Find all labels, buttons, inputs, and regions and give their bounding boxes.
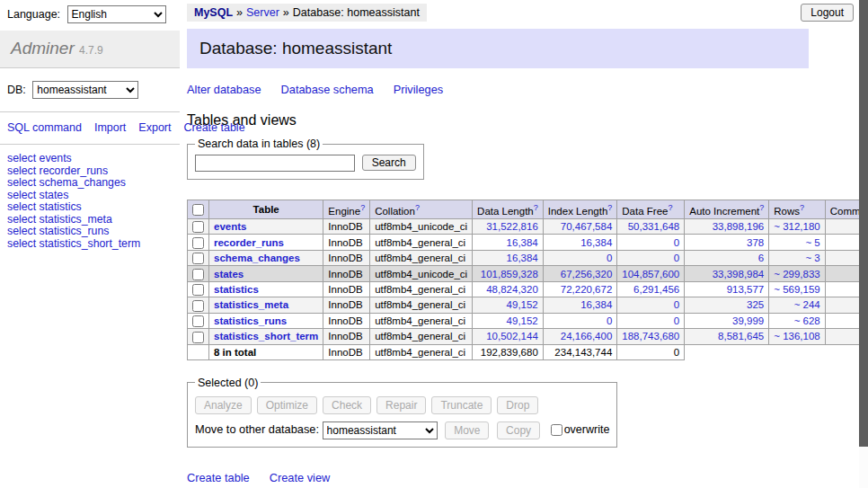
index-length-link[interactable]: 70,467,584	[561, 221, 613, 232]
index-length-link[interactable]: 16,384	[580, 237, 612, 248]
data-free-link[interactable]: 0	[674, 253, 679, 263]
help-icon[interactable]: ?	[607, 203, 612, 212]
data-free-link[interactable]: 0	[674, 237, 679, 248]
rows-link[interactable]: ~ 5	[805, 237, 819, 248]
data-length-link[interactable]: 49,152	[507, 299, 538, 310]
sidebar-link-select-statistics-runs[interactable]: select statistics_runs	[7, 225, 109, 237]
index-length-link[interactable]: 16,384	[580, 299, 612, 310]
action-link-alter-database[interactable]: Alter database	[187, 83, 261, 96]
db-select[interactable]: homeassistant	[32, 81, 138, 99]
logout-button[interactable]: Logout	[801, 4, 854, 22]
copy-button[interactable]: Copy	[497, 421, 540, 439]
help-icon[interactable]: ?	[415, 203, 420, 212]
optimize-button[interactable]: Optimize	[257, 396, 317, 414]
breadcrumb-server[interactable]: Server	[246, 6, 279, 19]
table-link-events[interactable]: events	[214, 221, 246, 232]
index-length-link[interactable]: 0	[607, 253, 612, 263]
auto-increment-link[interactable]: 33,898,196	[713, 221, 765, 232]
analyze-button[interactable]: Analyze	[195, 396, 252, 414]
row-checkbox-events[interactable]	[192, 221, 204, 233]
search-input[interactable]	[195, 155, 355, 172]
data-free-link[interactable]: 104,857,600	[622, 269, 679, 279]
data-length-link[interactable]: 49,152	[507, 315, 538, 326]
table-link-states[interactable]: states	[214, 269, 244, 279]
auto-increment-link[interactable]: 6	[758, 253, 764, 263]
action-link-privileges[interactable]: Privileges	[394, 83, 443, 96]
scrollbar-thumb[interactable]	[859, 0, 868, 447]
sidebar-link-select-states[interactable]: select states	[7, 189, 68, 201]
row-checkbox-schema-changes[interactable]	[192, 253, 204, 264]
data-length-link[interactable]: 101,859,328	[481, 269, 538, 279]
auto-increment-link[interactable]: 8,581,645	[718, 331, 764, 342]
data-length-link[interactable]: 48,824,320	[486, 284, 538, 295]
data-free-link[interactable]: 0	[674, 299, 679, 310]
row-checkbox-statistics-runs[interactable]	[192, 315, 204, 327]
help-icon[interactable]: ?	[534, 203, 538, 212]
data-free-link[interactable]: 50,331,648	[628, 221, 680, 232]
auto-increment-link[interactable]: 39,999	[732, 315, 764, 326]
data-free-link[interactable]: 6,291,456	[633, 284, 679, 295]
index-length-link[interactable]: 67,256,320	[561, 269, 613, 279]
data-length-link[interactable]: 16,384	[507, 237, 538, 248]
create-link-create-table[interactable]: Create table	[187, 471, 250, 484]
table-link-schema-changes[interactable]: schema_changes	[214, 253, 300, 263]
overwrite-option[interactable]: overwrite	[551, 423, 610, 436]
help-icon[interactable]: ?	[800, 203, 804, 212]
page-scrollbar[interactable]	[859, 0, 868, 488]
rows-link[interactable]: ~ 3	[805, 253, 819, 263]
sidebar-link-select-statistics-short-term[interactable]: select statistics_short_term	[7, 237, 140, 250]
table-link-statistics-short-term[interactable]: statistics_short_term	[214, 331, 318, 342]
breadcrumb-mysql[interactable]: MySQL	[194, 6, 233, 19]
data-free-link[interactable]: 188,743,680	[622, 331, 679, 342]
data-length-link[interactable]: 16,384	[507, 253, 538, 263]
data-free-link[interactable]: 0	[674, 315, 679, 326]
sidebar-link-sql-command[interactable]: SQL command	[7, 121, 82, 134]
sidebar-link-select-statistics-meta[interactable]: select statistics_meta	[7, 213, 112, 226]
move-database-select[interactable]: homeassistant	[323, 421, 438, 439]
search-button[interactable]: Search	[362, 155, 416, 171]
rows-link[interactable]: ~ 312,180	[774, 221, 819, 232]
select-all-checkbox[interactable]	[192, 204, 204, 216]
action-link-database-schema[interactable]: Database schema	[281, 83, 374, 96]
overwrite-checkbox[interactable]	[551, 424, 562, 436]
language-select[interactable]: English	[67, 5, 166, 23]
sidebar-link-import[interactable]: Import	[94, 121, 126, 134]
repair-button[interactable]: Repair	[376, 396, 426, 414]
sidebar-link-select-events[interactable]: select events	[7, 152, 72, 164]
rows-link[interactable]: ~ 136,108	[774, 331, 819, 342]
row-checkbox-statistics[interactable]	[192, 284, 204, 296]
check-button[interactable]: Check	[323, 396, 371, 414]
row-checkbox-recorder-runs[interactable]	[192, 237, 204, 249]
index-length-link[interactable]: 0	[607, 315, 612, 326]
help-icon[interactable]: ?	[360, 203, 365, 212]
create-link-create-view[interactable]: Create view	[270, 471, 331, 484]
data-length-link[interactable]: 10,502,144	[486, 331, 538, 342]
rows-link[interactable]: ~ 244	[794, 299, 820, 310]
sidebar-link-select-recorder-runs[interactable]: select recorder_runs	[7, 164, 108, 177]
rows-link[interactable]: ~ 299,833	[774, 269, 819, 279]
table-link-statistics-meta[interactable]: statistics_meta	[214, 299, 288, 310]
sidebar-link-select-schema-changes[interactable]: select schema_changes	[7, 176, 126, 189]
auto-increment-link[interactable]: 913,577	[727, 284, 765, 295]
auto-increment-link[interactable]: 325	[747, 299, 764, 310]
sidebar-link-select-statistics[interactable]: select statistics	[7, 200, 82, 213]
table-link-recorder-runs[interactable]: recorder_runs	[214, 237, 284, 248]
table-link-statistics-runs[interactable]: statistics_runs	[214, 315, 287, 326]
sidebar-link-export[interactable]: Export	[138, 121, 171, 134]
auto-increment-link[interactable]: 378	[747, 237, 764, 248]
rows-link[interactable]: ~ 628	[794, 315, 820, 326]
help-icon[interactable]: ?	[668, 203, 672, 212]
truncate-button[interactable]: Truncate	[431, 396, 492, 414]
rows-link[interactable]: ~ 569,159	[774, 284, 819, 295]
index-length-link[interactable]: 72,220,672	[561, 284, 613, 295]
table-link-statistics[interactable]: statistics	[214, 284, 259, 295]
data-length-link[interactable]: 31,522,816	[486, 221, 538, 232]
row-checkbox-statistics-short-term[interactable]	[192, 332, 204, 343]
row-checkbox-statistics-meta[interactable]	[192, 300, 204, 312]
adminer-logo-link[interactable]: Adminer	[11, 39, 75, 58]
auto-increment-link[interactable]: 33,398,984	[713, 269, 765, 279]
row-checkbox-states[interactable]	[192, 269, 204, 280]
index-length-link[interactable]: 24,166,400	[561, 331, 613, 342]
sidebar-link-create-table[interactable]: Create table	[183, 121, 244, 134]
drop-button[interactable]: Drop	[497, 396, 538, 414]
